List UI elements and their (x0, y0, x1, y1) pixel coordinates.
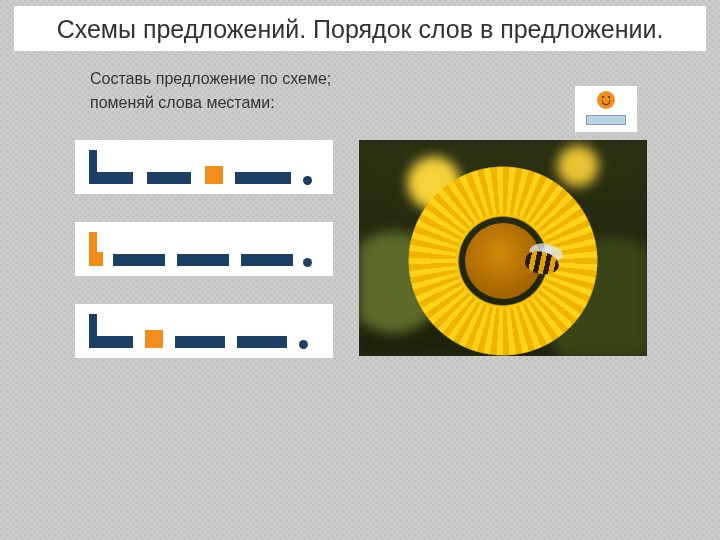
preposition-square-icon (145, 330, 163, 348)
period-icon (303, 176, 312, 185)
smiley-plinth (586, 115, 626, 125)
smiley-widget (574, 85, 638, 133)
word-bar (147, 172, 191, 184)
reference-image (358, 139, 648, 357)
word-bar (237, 336, 287, 348)
word-bar (177, 254, 229, 266)
smiley-face-icon (597, 91, 615, 109)
cap-stroke-orange-icon (89, 232, 97, 254)
word-bar (89, 172, 133, 184)
period-icon (303, 258, 312, 267)
word-bar (89, 336, 133, 348)
page-title: Схемы предложений. Порядок слов в предло… (22, 14, 698, 45)
word-bar (241, 254, 293, 266)
sentence-scheme-2 (74, 221, 334, 277)
cap-preposition-icon (89, 252, 103, 266)
word-bar (113, 254, 165, 266)
period-icon (299, 340, 308, 349)
sentence-scheme-3 (74, 303, 334, 359)
preposition-square-icon (205, 166, 223, 184)
word-bar (175, 336, 225, 348)
word-bar (235, 172, 291, 184)
title-block: Схемы предложений. Порядок слов в предло… (14, 6, 706, 51)
content-area (0, 129, 720, 489)
sentence-scheme-1 (74, 139, 334, 195)
flower-icon (393, 151, 613, 357)
